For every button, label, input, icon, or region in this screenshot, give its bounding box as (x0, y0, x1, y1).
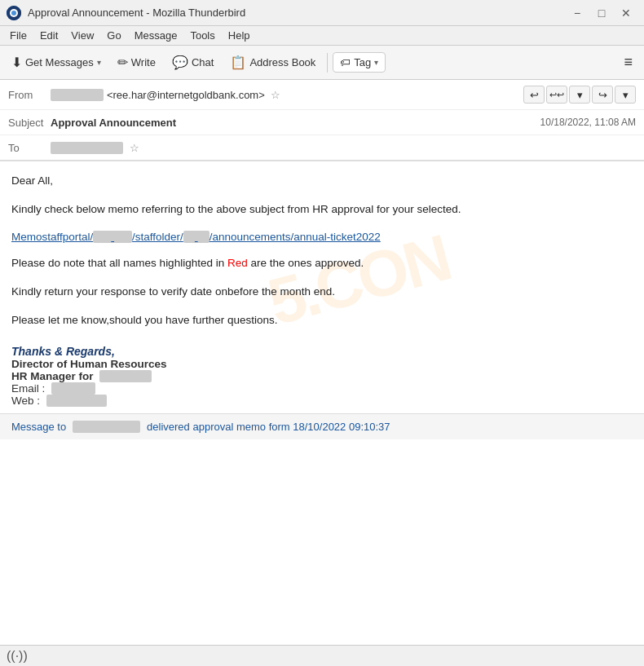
menu-file[interactable]: File (3, 28, 33, 43)
subject-row: Subject Approval Announcement 10/18/2022… (8, 113, 636, 131)
link-blurred2 (183, 231, 210, 243)
connection-status-icon: ((·)) (7, 649, 28, 664)
sig-email-row: Email : (11, 382, 633, 395)
para1: Kindly check below memo referring to the… (11, 201, 633, 218)
subject-value: Approval Announcement (51, 117, 534, 129)
link-part1: Memostaffportal/ (11, 231, 93, 243)
email-action-buttons: ↩ ↩↩ ▾ ↪ ▾ (523, 86, 636, 104)
menu-go[interactable]: Go (100, 28, 127, 43)
para2: Please do note that all names highlighte… (11, 255, 633, 271)
address-book-button[interactable]: 📋 Address Book (223, 51, 322, 73)
minimize-button[interactable]: − (566, 5, 589, 21)
write-icon: ✏ (117, 55, 128, 70)
titlebar: Approval Announcement - Mozilla Thunderb… (0, 0, 644, 26)
sig-line2: HR Manager for (11, 370, 633, 382)
address-book-icon: 📋 (230, 55, 246, 70)
memo-link[interactable]: Memostaffportal/ /staffolder/ /announcem… (11, 231, 381, 243)
para3: Kindly return your response to verify da… (11, 284, 633, 300)
statusbar: ((·)) (0, 645, 644, 666)
write-label: Write (131, 56, 156, 68)
greeting: Dear All, (11, 173, 633, 189)
sig-thanks: Thanks & Regards, (11, 345, 633, 358)
sig-email-label: Email : (11, 382, 45, 395)
tag-dropdown-icon: ▾ (374, 58, 378, 67)
footer-suffix: delivered approval memo form 18/10/2022 … (147, 421, 390, 433)
footer-delivery-bar: Message to delivered approval memo form … (0, 413, 644, 439)
from-star-icon[interactable]: ☆ (271, 89, 280, 101)
menu-edit[interactable]: Edit (33, 28, 64, 43)
reply-button[interactable]: ↩ (523, 86, 545, 104)
forward-button[interactable]: ↪ (592, 86, 613, 104)
toolbar-separator (327, 53, 328, 73)
para2-suffix: are the ones approved. (248, 257, 364, 269)
menu-tools[interactable]: Tools (183, 28, 221, 43)
sig-email-blurred (51, 382, 95, 395)
app-icon (7, 6, 21, 20)
more-actions-dropdown[interactable]: ▾ (569, 86, 590, 104)
footer-prefix: Message to (11, 421, 66, 433)
link-blurred1 (93, 231, 132, 243)
signature-block: Thanks & Regards, Director of Human Reso… (11, 345, 633, 407)
svg-point-2 (11, 11, 16, 15)
reply-all-button[interactable]: ↩↩ (546, 86, 567, 104)
chat-button[interactable]: 💬 Chat (165, 51, 220, 73)
to-value: ☆ (51, 142, 636, 154)
link-line: Memostaffportal/ /staffolder/ /announcem… (11, 231, 633, 243)
window-title: Approval Announcement - Mozilla Thunderb… (28, 7, 566, 19)
get-messages-label: Get Messages (25, 56, 94, 68)
window-controls: − □ ✕ (566, 5, 637, 21)
email-body: 5.CON Dear All, Kindly check below memo … (0, 161, 644, 645)
sig-line1: Director of Human Resources (11, 358, 633, 370)
from-row: From <ree.har@internetgoldbank.com> ☆ ↩ … (8, 83, 636, 106)
get-messages-button[interactable]: ⬇ Get Messages ▾ (5, 51, 108, 73)
to-blurred (51, 142, 123, 154)
sig-line2-prefix: HR Manager for (11, 370, 94, 382)
menu-message[interactable]: Message (128, 28, 184, 43)
write-button[interactable]: ✏ Write (111, 51, 162, 73)
sig-company-blurred (99, 370, 152, 382)
to-star-icon[interactable]: ☆ (130, 142, 139, 154)
from-email: <ree.har@internetgoldbank.com> (107, 89, 265, 101)
sig-web-label: Web : (11, 395, 40, 407)
from-label: From (8, 89, 51, 101)
from-name-blurred (51, 89, 104, 101)
close-button[interactable]: ✕ (615, 5, 637, 21)
tag-button[interactable]: 🏷 Tag ▾ (333, 52, 386, 73)
sig-web-row: Web : (11, 395, 633, 407)
menubar: File Edit View Go Message Tools Help (0, 26, 644, 46)
from-value: <ree.har@internetgoldbank.com> ☆ (51, 89, 523, 101)
link-part3: /announcements/annual-ticket2022 (210, 231, 381, 243)
email-header-section: From <ree.har@internetgoldbank.com> ☆ ↩ … (0, 80, 644, 161)
email-content: Dear All, Kindly check below memo referr… (11, 173, 633, 407)
menu-help[interactable]: Help (222, 28, 257, 43)
get-messages-dropdown-icon[interactable]: ▾ (97, 58, 101, 67)
footer-recipient-blurred (73, 421, 141, 433)
para2-prefix: Please do note that all names highlighte… (11, 257, 227, 269)
email-timestamp: 10/18/2022, 11:08 AM (534, 117, 636, 128)
tag-label: Tag (354, 56, 371, 68)
forward-dropdown-button[interactable]: ▾ (615, 86, 636, 104)
address-book-label: Address Book (249, 56, 315, 68)
sig-web-blurred (46, 395, 107, 407)
to-label: To (8, 142, 51, 154)
main-content: From <ree.har@internetgoldbank.com> ☆ ↩ … (0, 80, 644, 645)
to-row: To ☆ (8, 139, 636, 157)
maximize-button[interactable]: □ (590, 5, 613, 21)
email-body-content: 5.CON Dear All, Kindly check below memo … (0, 161, 644, 413)
para2-red: Red (227, 257, 248, 269)
hamburger-menu-button[interactable]: ≡ (617, 51, 639, 74)
menu-view[interactable]: View (64, 28, 100, 43)
chat-icon: 💬 (172, 55, 188, 70)
toolbar: ⬇ Get Messages ▾ ✏ Write 💬 Chat 📋 Addres… (0, 46, 644, 80)
subject-label: Subject (8, 117, 51, 129)
tag-icon: 🏷 (340, 56, 351, 68)
get-messages-icon: ⬇ (11, 55, 22, 70)
chat-label: Chat (192, 56, 214, 68)
link-part2: /staffolder/ (132, 231, 183, 243)
para4: Please let me know,should you have furth… (11, 312, 633, 329)
